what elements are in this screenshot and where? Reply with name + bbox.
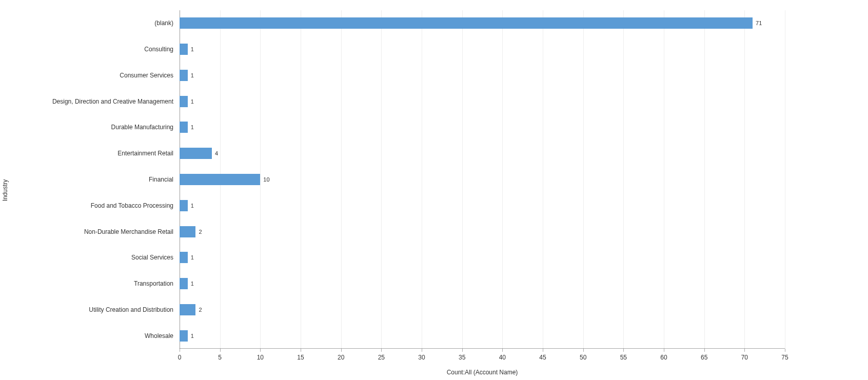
x-tick-label: 30 [418, 354, 425, 361]
x-tick-mark [381, 349, 382, 352]
category-label: Financial [0, 176, 173, 183]
bar-row: 1 [180, 70, 785, 81]
x-axis-line [180, 348, 785, 349]
bar[interactable] [180, 252, 188, 263]
x-tick-mark [220, 349, 221, 352]
x-tick-label: 45 [539, 354, 546, 361]
bar-row: 2 [180, 226, 785, 237]
x-tick-mark [422, 349, 422, 352]
category-label: (blank) [0, 19, 173, 27]
category-label: Utility Creation and Distribution [0, 306, 173, 313]
category-label: Consumer Services [0, 72, 173, 79]
x-tick-mark [704, 349, 705, 352]
x-tick-mark [502, 349, 503, 352]
x-tick-label: 5 [218, 354, 222, 361]
category-label: Food and Tobacco Processing [0, 202, 173, 209]
x-tick-label: 40 [499, 354, 506, 361]
bar-row: 4 [180, 148, 785, 159]
bar-value-label: 1 [191, 333, 194, 339]
bar-row: 1 [180, 200, 785, 211]
bar[interactable] [180, 148, 212, 159]
bar-row: 1 [180, 278, 785, 289]
category-label: Social Services [0, 254, 173, 261]
category-label: Entertainment Retail [0, 150, 173, 157]
category-label: Consulting [0, 46, 173, 53]
chart-container: Industry Count:All (Account Name) 051015… [0, 0, 868, 380]
bar-row: 1 [180, 252, 785, 263]
bar-value-label: 1 [191, 281, 194, 287]
bar[interactable] [180, 226, 195, 237]
bar-row: 1 [180, 96, 785, 107]
x-tick-label: 55 [620, 354, 627, 361]
x-tick-mark [583, 349, 584, 352]
bar-value-label: 2 [199, 307, 202, 313]
x-tick-label: 65 [701, 354, 707, 361]
bar-value-label: 2 [199, 229, 202, 235]
bar[interactable] [180, 70, 188, 81]
bar-value-label: 1 [191, 254, 194, 261]
category-label: Non-Durable Merchandise Retail [0, 228, 173, 235]
category-label: Transportation [0, 280, 173, 287]
x-tick-mark [341, 349, 342, 352]
bar-value-label: 1 [191, 72, 194, 78]
x-tick-label: 20 [338, 354, 344, 361]
x-tick-mark [623, 349, 624, 352]
x-tick-label: 75 [781, 354, 788, 361]
x-tick-label: 0 [178, 354, 182, 361]
bar[interactable] [180, 44, 188, 55]
x-tick-label: 35 [459, 354, 465, 361]
bar-row: 1 [180, 44, 785, 55]
x-tick-mark [785, 349, 785, 352]
x-tick-mark [744, 349, 745, 352]
bar[interactable] [180, 200, 188, 211]
x-axis-title: Count:All (Account Name) [180, 369, 785, 376]
category-label: Wholesale [0, 332, 173, 339]
gridline [785, 10, 785, 349]
bar-value-label: 1 [191, 203, 194, 209]
bar[interactable] [180, 17, 753, 29]
category-label: Durable Manufacturing [0, 124, 173, 131]
x-tick-mark [301, 349, 301, 352]
bar-value-label: 71 [756, 20, 762, 26]
bar-row: 2 [180, 304, 785, 315]
plot-area: 0510152025303540455055606570757111114101… [180, 10, 785, 349]
x-tick-label: 60 [660, 354, 667, 361]
bar-value-label: 10 [263, 176, 269, 183]
bar-value-label: 4 [215, 150, 218, 156]
bar-row: 1 [180, 122, 785, 133]
bar-value-label: 1 [191, 46, 194, 52]
x-tick-mark [180, 349, 180, 352]
bar-row: 1 [180, 330, 785, 342]
x-tick-mark [664, 349, 664, 352]
bar-row: 71 [180, 17, 785, 29]
bar-row: 10 [180, 174, 785, 185]
x-tick-label: 10 [257, 354, 264, 361]
bar-value-label: 1 [191, 98, 194, 105]
x-tick-label: 25 [378, 354, 385, 361]
bar[interactable] [180, 330, 188, 342]
bar[interactable] [180, 96, 188, 107]
x-tick-label: 50 [580, 354, 586, 361]
bar[interactable] [180, 278, 188, 289]
bar[interactable] [180, 122, 188, 133]
bar[interactable] [180, 304, 195, 315]
x-tick-mark [260, 349, 261, 352]
bar-value-label: 1 [191, 124, 194, 130]
category-label: Design, Direction and Creative Managemen… [0, 98, 173, 105]
x-tick-label: 70 [741, 354, 748, 361]
x-tick-label: 15 [297, 354, 304, 361]
x-tick-mark [462, 349, 463, 352]
bar[interactable] [180, 174, 260, 185]
x-tick-mark [543, 349, 543, 352]
